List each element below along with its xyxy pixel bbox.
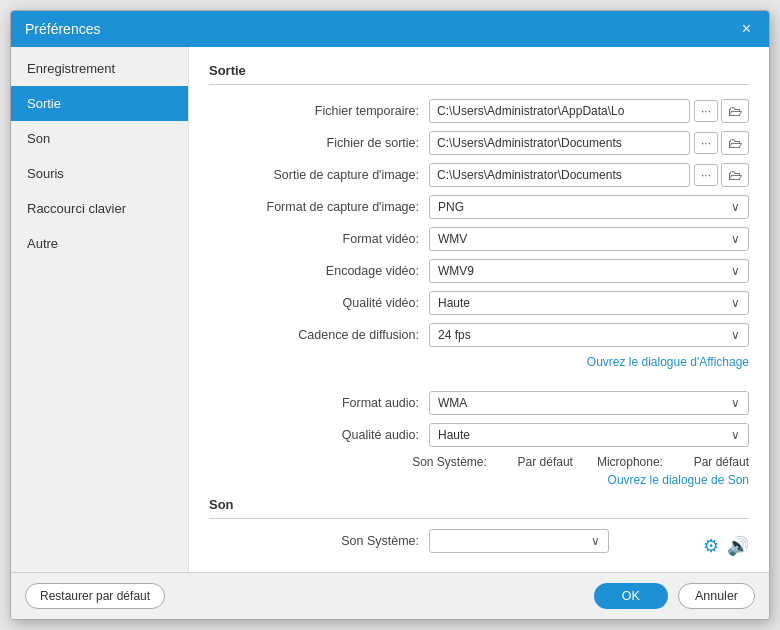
input-group-format-capture: PNG ∨ <box>429 195 749 219</box>
row-qualite-video: Qualité vidéo: Haute ∨ <box>209 291 749 315</box>
input-group-qualite-video: Haute ∨ <box>429 291 749 315</box>
label-sortie-capture: Sortie de capture d'image: <box>209 168 429 182</box>
label-qualite-video: Qualité vidéo: <box>209 296 429 310</box>
input-group-qualite-audio: Haute ∨ <box>429 423 749 447</box>
dots-button-sortie-capture[interactable]: ··· <box>694 164 718 186</box>
input-group-sortie-capture: C:\Users\Administrator\Documents ··· 🗁 <box>429 163 749 187</box>
select-format-video[interactable]: WMV ∨ <box>429 227 749 251</box>
son-status-row: Son Système: Par défaut Microphone: Par … <box>209 455 749 469</box>
row-fichier-sortie: Fichier de sortie: C:\Users\Administrato… <box>209 131 749 155</box>
chevron-format-video: ∨ <box>731 232 740 246</box>
chevron-encodage-video: ∨ <box>731 264 740 278</box>
label-format-audio: Format audio: <box>209 396 429 410</box>
chevron-format-audio: ∨ <box>731 396 740 410</box>
title-bar: Préférences × <box>11 11 769 47</box>
input-group-cadence: 24 fps ∨ <box>429 323 749 347</box>
link-row-affichage: Ouvrez le dialogue d'Affichage <box>209 355 749 369</box>
sidebar: Enregistrement Sortie Son Souris Raccour… <box>11 47 189 572</box>
row-format-video: Format vidéo: WMV ∨ <box>209 227 749 251</box>
restore-button[interactable]: Restaurer par défaut <box>25 583 165 609</box>
sidebar-item-sortie[interactable]: Sortie <box>11 86 188 121</box>
gear-icon[interactable]: ⚙ <box>703 535 719 557</box>
dialog-body: Enregistrement Sortie Son Souris Raccour… <box>11 47 769 572</box>
label-format-video: Format vidéo: <box>209 232 429 246</box>
dialog-title: Préférences <box>25 21 100 37</box>
section-son-title: Son <box>209 497 749 519</box>
link-affichage[interactable]: Ouvrez le dialogue d'Affichage <box>587 355 749 369</box>
microphone-label: Microphone: Par défaut <box>597 455 749 469</box>
link-row-son: Ouvrez le dialogue de Son <box>209 473 749 487</box>
row-cadence: Cadence de diffusion: 24 fps ∨ <box>209 323 749 347</box>
son-systeme-row-label: Son Système: <box>209 534 429 548</box>
label-format-capture: Format de capture d'image: <box>209 200 429 214</box>
select-encodage-video[interactable]: WMV9 ∨ <box>429 259 749 283</box>
chevron-format-capture: ∨ <box>731 200 740 214</box>
folder-button-fichier-sortie[interactable]: 🗁 <box>721 131 749 155</box>
row-fichier-temporaire: Fichier temporaire: C:\Users\Administrat… <box>209 99 749 123</box>
chevron-son-systeme: ∨ <box>591 534 600 548</box>
select-qualite-audio[interactable]: Haute ∨ <box>429 423 749 447</box>
label-qualite-audio: Qualité audio: <box>209 428 429 442</box>
chevron-qualite-video: ∨ <box>731 296 740 310</box>
folder-button-fichier-temporaire[interactable]: 🗁 <box>721 99 749 123</box>
ok-button[interactable]: OK <box>594 583 668 609</box>
select-son-systeme[interactable]: ∨ <box>429 529 609 553</box>
son-systeme-label: Son Système: Par défaut <box>412 455 573 469</box>
row-encodage-video: Encodage vidéo: WMV9 ∨ <box>209 259 749 283</box>
input-group-fichier-temporaire: C:\Users\Administrator\AppData\Lo ··· 🗁 <box>429 99 749 123</box>
main-content: Sortie Fichier temporaire: C:\Users\Admi… <box>189 47 769 572</box>
input-group-encodage-video: WMV9 ∨ <box>429 259 749 283</box>
section-son: Son Son Système: ∨ ⚙ 🔊 <box>209 497 749 559</box>
select-format-audio[interactable]: WMA ∨ <box>429 391 749 415</box>
row-format-capture: Format de capture d'image: PNG ∨ <box>209 195 749 219</box>
sidebar-item-son[interactable]: Son <box>11 121 188 156</box>
sidebar-item-autre[interactable]: Autre <box>11 226 188 261</box>
link-son[interactable]: Ouvrez le dialogue de Son <box>608 473 749 487</box>
label-fichier-sortie: Fichier de sortie: <box>209 136 429 150</box>
dots-button-fichier-temporaire[interactable]: ··· <box>694 100 718 122</box>
speaker-icon[interactable]: 🔊 <box>727 535 749 557</box>
path-fichier-temporaire: C:\Users\Administrator\AppData\Lo <box>429 99 690 123</box>
label-fichier-temporaire: Fichier temporaire: <box>209 104 429 118</box>
son-systeme-row: Son Système: ∨ <box>209 529 609 553</box>
select-cadence[interactable]: 24 fps ∨ <box>429 323 749 347</box>
chevron-cadence: ∨ <box>731 328 740 342</box>
son-icon-group: ⚙ 🔊 <box>703 535 749 557</box>
footer-right: OK Annuler <box>594 583 755 609</box>
row-format-audio: Format audio: WMA ∨ <box>209 391 749 415</box>
dots-button-fichier-sortie[interactable]: ··· <box>694 132 718 154</box>
folder-button-sortie-capture[interactable]: 🗁 <box>721 163 749 187</box>
section-sortie-title: Sortie <box>209 63 749 85</box>
cancel-button[interactable]: Annuler <box>678 583 755 609</box>
chevron-qualite-audio: ∨ <box>731 428 740 442</box>
select-format-capture[interactable]: PNG ∨ <box>429 195 749 219</box>
sidebar-item-souris[interactable]: Souris <box>11 156 188 191</box>
footer: Restaurer par défaut OK Annuler <box>11 572 769 619</box>
label-encodage-video: Encodage vidéo: <box>209 264 429 278</box>
label-cadence: Cadence de diffusion: <box>209 328 429 342</box>
input-group-format-audio: WMA ∨ <box>429 391 749 415</box>
preferences-dialog: Préférences × Enregistrement Sortie Son … <box>10 10 770 620</box>
select-qualite-video[interactable]: Haute ∨ <box>429 291 749 315</box>
row-sortie-capture: Sortie de capture d'image: C:\Users\Admi… <box>209 163 749 187</box>
sidebar-item-enregistrement[interactable]: Enregistrement <box>11 51 188 86</box>
input-group-format-video: WMV ∨ <box>429 227 749 251</box>
close-button[interactable]: × <box>738 19 755 39</box>
path-fichier-sortie: C:\Users\Administrator\Documents <box>429 131 690 155</box>
input-group-fichier-sortie: C:\Users\Administrator\Documents ··· 🗁 <box>429 131 749 155</box>
row-qualite-audio: Qualité audio: Haute ∨ <box>209 423 749 447</box>
path-sortie-capture: C:\Users\Administrator\Documents <box>429 163 690 187</box>
sidebar-item-raccourci[interactable]: Raccourci clavier <box>11 191 188 226</box>
